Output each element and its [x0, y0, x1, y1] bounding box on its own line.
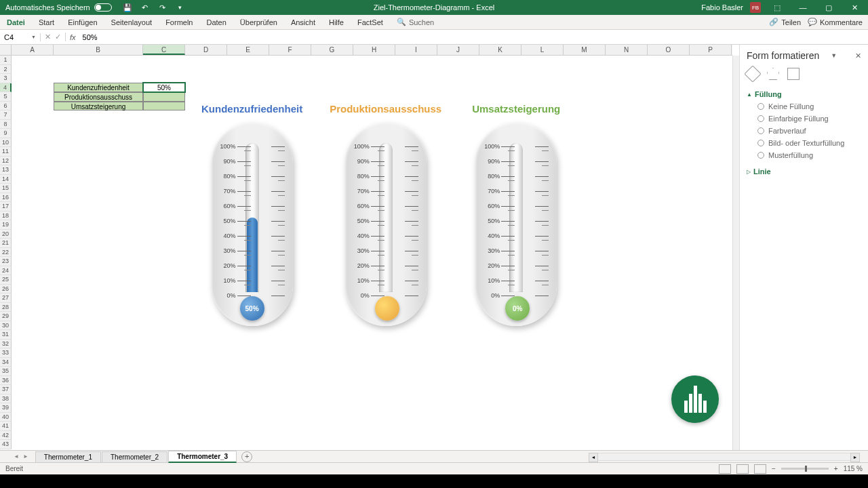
- row-header-3[interactable]: 3: [0, 74, 12, 83]
- page-break-view-icon[interactable]: [754, 464, 766, 474]
- minimize-icon[interactable]: —: [793, 0, 812, 15]
- tab-daten[interactable]: Daten: [199, 18, 233, 26]
- row-header-24[interactable]: 24: [0, 266, 12, 276]
- row-header-16[interactable]: 16: [0, 193, 12, 203]
- row-header-23[interactable]: 23: [0, 257, 12, 266]
- chevron-down-icon[interactable]: ▼: [31, 35, 36, 39]
- tab-einfuegen[interactable]: Einfügen: [61, 18, 104, 26]
- row-header-43[interactable]: 43: [0, 440, 12, 449]
- fill-section[interactable]: ▲Füllung: [747, 88, 861, 100]
- row-header-32[interactable]: 32: [0, 340, 12, 349]
- col-header-N[interactable]: N: [606, 45, 648, 55]
- tab-ansicht[interactable]: Ansicht: [284, 18, 322, 26]
- cells-area[interactable]: Kundenzufriedenheit 50% Produktionsaussc…: [12, 56, 732, 450]
- autosave-toggle[interactable]: Automatisches Speichern: [0, 3, 117, 12]
- row-header-35[interactable]: 35: [0, 367, 12, 376]
- cell-b4[interactable]: Kundenzufriedenheit: [54, 83, 143, 92]
- row-header-26[interactable]: 26: [0, 285, 12, 294]
- effects-icon[interactable]: [767, 68, 779, 80]
- fill-option-solid[interactable]: Einfarbige Füllung: [747, 113, 861, 125]
- horizontal-scrollbar[interactable]: [589, 453, 860, 461]
- cell-c5[interactable]: [143, 92, 185, 102]
- col-header-J[interactable]: J: [437, 45, 479, 55]
- page-layout-view-icon[interactable]: [736, 464, 749, 474]
- maximize-icon[interactable]: ▢: [819, 0, 838, 15]
- cell-b5[interactable]: Produktionsausschuss: [54, 92, 143, 102]
- fill-option-gradient[interactable]: Farbverlauf: [747, 125, 861, 137]
- user-name[interactable]: Fabio Basler: [701, 3, 743, 12]
- col-header-A[interactable]: A: [12, 45, 54, 55]
- col-header-P[interactable]: P: [690, 45, 732, 55]
- normal-view-icon[interactable]: [719, 464, 731, 474]
- thermometer-3[interactable]: Umsatzsteigerung 100%90%80%70%60%50%40%3…: [469, 103, 564, 333]
- worksheet[interactable]: ABCDEFGHIJKLMNOP 12345678910111213141516…: [0, 45, 739, 450]
- row-header-10[interactable]: 10: [0, 138, 12, 148]
- row-header-7[interactable]: 7: [0, 110, 12, 120]
- sheet-tab-3[interactable]: Thermometer_3: [168, 451, 237, 463]
- row-header-29[interactable]: 29: [0, 312, 12, 321]
- thermometer-1[interactable]: Kundenzufriedenheit 100%90%80%70%60%50%4…: [201, 103, 302, 333]
- col-header-I[interactable]: I: [395, 45, 437, 55]
- col-header-O[interactable]: O: [648, 45, 690, 55]
- cell-c6[interactable]: [143, 102, 185, 111]
- user-avatar[interactable]: FB: [750, 2, 761, 13]
- row-header-39[interactable]: 39: [0, 403, 12, 413]
- row-header-33[interactable]: 33: [0, 348, 12, 358]
- zoom-out-icon[interactable]: −: [772, 465, 776, 472]
- fill-line-icon[interactable]: [744, 65, 761, 82]
- comments-button[interactable]: 💬Kommentare: [808, 18, 863, 26]
- row-header-18[interactable]: 18: [0, 211, 12, 221]
- zoom-slider[interactable]: [781, 468, 829, 470]
- col-header-H[interactable]: H: [353, 45, 395, 55]
- sheet-tab-1[interactable]: Thermometer_1: [35, 451, 101, 462]
- search-box[interactable]: 🔍 Suchen: [390, 18, 434, 26]
- row-header-38[interactable]: 38: [0, 394, 12, 404]
- sheet-tab-2[interactable]: Thermometer_2: [102, 451, 167, 462]
- row-header-1[interactable]: 1: [0, 56, 12, 65]
- vertical-scrollbar[interactable]: [732, 56, 739, 450]
- row-header-9[interactable]: 9: [0, 129, 12, 138]
- col-header-M[interactable]: M: [564, 45, 606, 55]
- tab-start[interactable]: Start: [32, 18, 61, 26]
- accept-formula-icon[interactable]: ✓: [55, 33, 61, 41]
- switch-icon[interactable]: [94, 3, 112, 12]
- pane-options-icon[interactable]: ▼: [831, 52, 837, 59]
- redo-icon[interactable]: ↷: [158, 3, 167, 12]
- row-header-37[interactable]: 37: [0, 385, 12, 394]
- col-header-K[interactable]: K: [479, 45, 521, 55]
- undo-icon[interactable]: ↶: [140, 3, 150, 12]
- row-header-15[interactable]: 15: [0, 184, 12, 193]
- fill-option-none[interactable]: Keine Füllung: [747, 100, 861, 113]
- fill-option-pattern[interactable]: Musterfüllung: [747, 149, 861, 161]
- line-section[interactable]: ▷Linie: [747, 165, 861, 178]
- cell-b6[interactable]: Umsatzsteigerung: [54, 102, 143, 111]
- tab-hilfe[interactable]: Hilfe: [322, 18, 351, 26]
- row-header-31[interactable]: 31: [0, 330, 12, 340]
- col-header-F[interactable]: F: [269, 45, 311, 55]
- zoom-in-icon[interactable]: +: [834, 465, 838, 472]
- formula-input[interactable]: 50%: [80, 33, 868, 41]
- qat-more-icon[interactable]: ▾: [176, 3, 185, 12]
- row-header-27[interactable]: 27: [0, 293, 12, 303]
- col-header-B[interactable]: B: [54, 45, 143, 55]
- tab-factset[interactable]: FactSet: [351, 18, 390, 26]
- fill-option-picture[interactable]: Bild- oder Texturfüllung: [747, 137, 861, 149]
- row-header-19[interactable]: 19: [0, 220, 12, 230]
- row-header-41[interactable]: 41: [0, 422, 12, 431]
- tab-datei[interactable]: Datei: [0, 18, 32, 26]
- sheet-nav-prev-icon[interactable]: ◄: [14, 453, 23, 460]
- close-icon[interactable]: ✕: [845, 0, 864, 15]
- row-header-25[interactable]: 25: [0, 275, 12, 285]
- cell-c4[interactable]: 50%: [143, 83, 185, 92]
- ribbon-options-icon[interactable]: ⬚: [768, 0, 787, 15]
- cancel-formula-icon[interactable]: ✕: [45, 33, 51, 41]
- row-header-34[interactable]: 34: [0, 358, 12, 367]
- tab-seitenlayout[interactable]: Seitenlayout: [104, 18, 159, 26]
- fx-icon[interactable]: fx: [66, 33, 80, 41]
- size-props-icon[interactable]: [787, 68, 800, 80]
- row-header-2[interactable]: 2: [0, 65, 12, 75]
- row-header-42[interactable]: 42: [0, 431, 12, 441]
- row-header-30[interactable]: 30: [0, 321, 12, 331]
- add-sheet-button[interactable]: +: [241, 451, 252, 462]
- row-header-17[interactable]: 17: [0, 202, 12, 211]
